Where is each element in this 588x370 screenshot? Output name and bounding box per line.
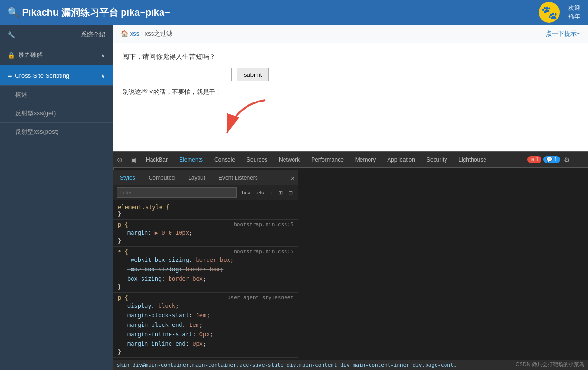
style-moz-box-sizing: -moz-box-sizing: border-box; xyxy=(118,265,294,274)
reflect-get-label: 反射型xss(get) xyxy=(15,110,56,117)
cls-button[interactable]: .cls xyxy=(254,190,266,195)
devtools-tab-right: ⊗ 1 💬 1 ⚙ ⋮ xyxy=(527,156,588,164)
overview-label: 概述 xyxy=(15,91,28,98)
filter-icon[interactable]: ⊟ xyxy=(286,190,294,196)
style-margin-inline-end: margin-inline-end: 0px; xyxy=(118,339,294,349)
sidebar-brute-label: 暴力破解 xyxy=(18,51,43,59)
styles-tab-more-icon[interactable]: » xyxy=(287,174,298,182)
breadcrumb-path: 🏠 xss › xss之过滤 xyxy=(121,29,172,38)
page-area: 阅下，请问你觉得人生苦短吗？ submit 别说这些'>'的话，不要怕，就是干！ xyxy=(113,43,588,151)
devtools-panel: ⊙ ▣ HackBar Elements Console Sources Net… xyxy=(113,151,588,360)
tab-computed[interactable]: Computed xyxy=(142,170,181,185)
top-header: 🔍 Pikachu 漏洞练习平台 pika~pika~ 🐾 欢迎 骚年 xyxy=(0,0,588,25)
form-row: submit xyxy=(123,68,579,81)
tab-hackbar[interactable]: HackBar xyxy=(140,152,173,168)
page-question: 阅下，请问你觉得人生苦短吗？ xyxy=(123,53,579,61)
xss-input[interactable] xyxy=(123,68,232,81)
home-icon: 🏠 xyxy=(121,30,128,37)
settings-gear-icon[interactable]: ⚙ xyxy=(562,156,572,164)
breadcrumb-separator: › xyxy=(141,30,143,37)
sidebar-item-reflect-get[interactable]: 反射型xss(get) xyxy=(0,104,113,123)
main-content: 🏠 xss › xss之过滤 点一下提示~ 阅下，请问你觉得人生苦短吗？ sub… xyxy=(113,25,588,370)
style-rule-p-bootstrap: p { bootstrap.min.css:5 margin: ▶ 0 0 10… xyxy=(113,220,298,247)
style-margin-inline-start: margin-inline-start: 0px; xyxy=(118,330,294,339)
style-display: display: block; xyxy=(118,301,294,311)
html-line[interactable]: ▶<div class="breadcrumbs ace-save-state"… xyxy=(408,168,588,170)
sidebar: 🔧 系统介绍 🔒 暴力破解 ∨ ≡ Cross-Site Scripting ∨… xyxy=(0,25,113,370)
tab-application[interactable]: Application xyxy=(381,152,421,168)
page-content: 阅下，请问你觉得人生苦短吗？ submit 别说这些'>'的话，不要怕，就是干！ xyxy=(113,43,588,101)
tab-sources[interactable]: Sources xyxy=(241,152,273,168)
styles-filter-input[interactable] xyxy=(117,187,237,198)
sidebar-item-sys-intro[interactable]: 🔧 系统介绍 xyxy=(0,25,113,45)
styles-filter-bar: :hov .cls + ⊞ ⊟ xyxy=(113,185,298,200)
html-line[interactable]: ▼<div class="main-content-inner"> xyxy=(279,168,408,170)
sidebar-item-brute[interactable]: 🔒 暴力破解 ∨ xyxy=(0,45,113,65)
style-margin-block-end: margin-block-end: 1em; xyxy=(118,320,294,330)
avatar: 🐾 xyxy=(539,2,560,23)
app-title: 🔍 Pikachu 漏洞练习平台 pika~pika~ xyxy=(8,6,539,19)
style-margin-line: margin: ▶ 0 0 10px; xyxy=(118,228,294,238)
tab-performance[interactable]: Performance xyxy=(305,152,350,168)
style-box-sizing: box-sizing: border-box; xyxy=(118,274,294,284)
tab-security[interactable]: Security xyxy=(421,152,453,168)
devtools-cursor-icon[interactable]: ⊙ xyxy=(113,156,126,164)
result-text: 别说这些'>'的话，不要怕，就是干！ xyxy=(123,88,579,96)
tab-event-listeners[interactable]: Event Listeners xyxy=(212,170,265,185)
tab-elements[interactable]: Elements xyxy=(173,152,209,168)
breadcrumb-xss[interactable]: xss xyxy=(130,30,141,37)
style-rule-star: * { bootstrap.min.css:5 -webkit-box-sizi… xyxy=(113,247,298,293)
styles-tabs: Styles Computed Layout Event Listeners » xyxy=(113,170,298,185)
tab-network[interactable]: Network xyxy=(273,152,305,168)
sidebar-item-overview[interactable]: 概述 xyxy=(0,86,113,104)
styles-panel: Styles Computed Layout Event Listeners »… xyxy=(113,170,298,360)
brute-icon: 🔒 xyxy=(8,52,15,59)
message-badge: 💬 1 xyxy=(543,156,560,163)
style-rule-p-ua: p { user agent stylesheet display: block… xyxy=(113,293,298,358)
add-style-button[interactable]: + xyxy=(268,190,275,195)
styles-content: element.style { } p { bootstrap.min.css:… xyxy=(113,200,298,360)
tab-memory[interactable]: Memory xyxy=(350,152,381,168)
error-badge: ⊗ 1 xyxy=(527,156,541,163)
chevron-down-icon-xss: ∨ xyxy=(101,72,105,79)
breadcrumb: 🏠 xss › xss之过滤 点一下提示~ xyxy=(113,25,588,43)
more-icon[interactable]: ⋮ xyxy=(574,156,584,164)
copy-style-icon[interactable]: ⊞ xyxy=(276,190,285,196)
sidebar-item-label: 系统介绍 xyxy=(81,30,105,39)
submit-button[interactable]: submit xyxy=(237,68,269,81)
style-rule-element: element.style { } xyxy=(113,202,298,220)
tab-styles[interactable]: Styles xyxy=(113,170,142,185)
csdn-watermark: CSDN @只会打靶场的小菜鸟 xyxy=(516,361,584,368)
reflect-post-label: 反射型xss(post) xyxy=(15,128,59,135)
sidebar-item-reflect-post[interactable]: 反射型xss(post) xyxy=(0,123,113,141)
sys-intro-icon: 🔧 xyxy=(8,31,15,38)
hov-button[interactable]: :hov xyxy=(238,190,252,195)
tab-console[interactable]: Console xyxy=(209,152,241,168)
style-margin-block-start: margin-block-start: 1em; xyxy=(118,311,294,320)
chevron-down-icon: ∨ xyxy=(101,52,105,59)
tab-lighthouse[interactable]: Lighthouse xyxy=(453,152,492,168)
sidebar-xss-label: Cross-Site Scripting xyxy=(15,72,69,79)
breadcrumb-current: xss之过滤 xyxy=(145,30,173,37)
xss-icon: ≡ xyxy=(8,71,12,80)
devtools-tabs: ⊙ ▣ HackBar Elements Console Sources Net… xyxy=(113,152,588,168)
hint-link[interactable]: 点一下提示~ xyxy=(546,29,580,38)
devtools-mobile-icon[interactable]: ▣ xyxy=(126,156,140,164)
main-layout: 🔧 系统介绍 🔒 暴力破解 ∨ ≡ Cross-Site Scripting ∨… xyxy=(0,25,588,370)
sidebar-item-xss[interactable]: ≡ Cross-Site Scripting ∨ xyxy=(0,65,113,86)
style-webkit-box-sizing: -webkit-box-sizing: border-box; xyxy=(118,255,294,265)
tab-layout[interactable]: Layout xyxy=(181,170,212,185)
welcome-text: 欢迎 骚年 xyxy=(568,4,580,21)
